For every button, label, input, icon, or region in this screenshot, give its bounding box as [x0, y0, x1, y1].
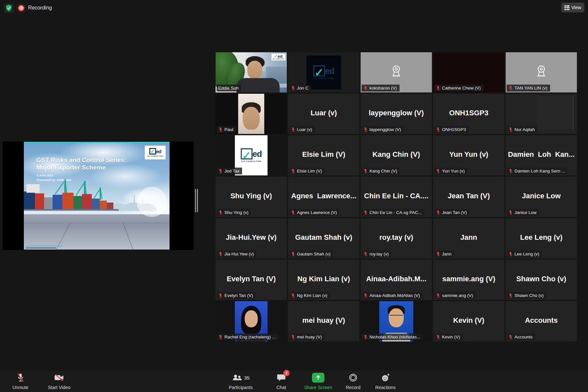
participant-tile[interactable]: Ainaa-Adibah.M...Ainaa-Adibah.MdAlias (V…	[361, 260, 432, 300]
participant-tile[interactable]: Chin Ee Lin - CA....Chin Ee Lin - CA.sg …	[361, 177, 432, 217]
participant-tile[interactable]: laypengglow (V)laypengglow (V)	[361, 94, 432, 134]
participant-display-name: roy.tay (v)	[379, 233, 413, 241]
participant-tile[interactable]: koksharon (V)	[361, 52, 432, 92]
participant-display-name: Accounts	[525, 316, 558, 324]
participant-label-text: Evelyn Tan (V)	[224, 293, 253, 298]
participant-tile[interactable]: Rachel Eng (racheleng) ...	[216, 301, 287, 341]
participant-tile[interactable]: Damien Loh Kan...Damien Loh Kang Sern ..…	[506, 135, 577, 175]
participant-tile[interactable]: Shu Ying (v)Shu Ying (v)	[216, 177, 287, 217]
participant-tile[interactable]: Evelyn Tan (V)Evelyn Tan (V)	[216, 260, 287, 300]
participant-label-text: Elsie Lim (V)	[297, 169, 322, 173]
participant-name-label: Catherine Chew (V)	[434, 85, 483, 91]
participant-label-text: Yun Yun (v)	[442, 169, 465, 173]
muted-mic-icon	[508, 127, 513, 132]
share-screen-button[interactable]: Share Screen	[299, 372, 337, 390]
participant-name-label: Agnes Lawrence (V)	[289, 209, 339, 216]
shared-screen-area: GST Risks and Control Series: Major Expo…	[3, 141, 194, 250]
participant-name-label: ONH1SGP3	[434, 126, 469, 133]
view-button-label: View	[571, 5, 581, 10]
participant-name-label: Paul	[217, 126, 236, 133]
participant-tile[interactable]: ✓edTAX CONSULTINGJon C	[288, 52, 359, 92]
participant-tile[interactable]: Luar (v)Luar (v)	[288, 94, 359, 134]
jed-tax-logo: ✓edTAX CONSULTING	[271, 54, 286, 60]
muted-mic-icon	[508, 335, 513, 339]
participant-label-text: sammie.ang (V)	[442, 293, 473, 298]
participant-tile[interactable]: Nur Aqilah	[506, 94, 577, 134]
participant-label-text: roy.tay (v)	[369, 252, 389, 256]
participant-tile[interactable]: AccountsAccounts	[506, 301, 577, 341]
muted-mic-icon	[508, 169, 513, 173]
panel-resize-handle[interactable]	[195, 189, 199, 212]
participant-tile[interactable]: Elsie Lim (V)Elsie Lim (V)	[288, 135, 359, 175]
muted-mic-icon	[508, 293, 513, 298]
participant-tile[interactable]: ✓edTAX CONSULTINGEddie Soh	[216, 52, 287, 92]
muted-mic-icon	[291, 335, 295, 339]
muted-mic-icon	[218, 335, 223, 339]
zoom-meeting-window: Recording View	[0, 0, 588, 392]
chat-button[interactable]: 2 Chat	[267, 372, 295, 390]
participant-tile[interactable]: Yun Yun (v)Yun Yun (v)	[433, 135, 504, 175]
participant-display-name: Kevin (V)	[453, 316, 484, 324]
participant-tile[interactable]: Shawn Cho (v)Shawn Cho (v)	[506, 260, 577, 300]
participant-tile[interactable]: Kevin (V)Kevin (V)	[433, 301, 504, 341]
participants-button[interactable]: 35 Participants	[223, 372, 258, 390]
webcam-placeholder-icon	[389, 64, 403, 79]
muted-mic-icon	[436, 210, 440, 215]
recording-indicator-icon[interactable]	[18, 5, 24, 11]
participant-label-text: Nicholas Khoo (nicholas...	[369, 335, 420, 339]
participant-tile[interactable]: Jean Tan (V)Jean Tan (V)	[433, 177, 504, 217]
record-icon	[349, 372, 358, 383]
participant-name-label: Elsie Lim (V)	[289, 168, 325, 174]
participant-tile[interactable]: ✓edTAX CONSULTINGJed Tax	[216, 135, 287, 175]
participant-tile[interactable]: mei huay (V)mei huay (V)	[288, 301, 359, 341]
muted-mic-icon	[508, 210, 513, 215]
participant-label-text: Catherine Chew (V)	[442, 86, 481, 90]
participant-tile[interactable]: sammie.ang (V)sammie.ang (V)	[433, 260, 504, 300]
participant-display-name: Shawn Cho (v)	[516, 274, 566, 283]
muted-mic-icon	[436, 86, 440, 90]
muted-mic-icon	[508, 86, 513, 90]
participant-name-label: Accounts	[507, 334, 535, 340]
participant-tile[interactable]: Ng Kim Lian (v)Ng Kim Lian (v)	[288, 260, 359, 300]
muted-mic-icon	[218, 293, 223, 298]
unmute-button[interactable]: Unmute	[5, 372, 36, 390]
participant-tile[interactable]: Janice LowJanice Low	[506, 177, 577, 217]
participant-name-label: roy.tay (v)	[362, 251, 391, 257]
participant-tile[interactable]: Gautam Shah (v)Gautam Shah (v)	[288, 218, 359, 258]
participant-tile[interactable]: Agnes Lawrence...Agnes Lawrence (V)	[288, 177, 359, 217]
presentation-slide: GST Risks and Control Series: Major Expo…	[24, 142, 170, 250]
participant-tile[interactable]: ONH1SGP3ONH1SGP3	[433, 94, 504, 134]
participant-label-text: Damien Loh Kang Sern ...	[514, 169, 565, 173]
participant-name-label: Kevin (V)	[434, 334, 463, 340]
start-video-button[interactable]: Start Video	[42, 372, 76, 390]
participant-tile[interactable]: TAN YAN LIN (v)	[506, 52, 577, 92]
muted-mic-icon	[436, 293, 440, 298]
participant-name-label: Evelyn Tan (V)	[217, 292, 256, 299]
participant-name-label: mei huay (V)	[289, 334, 325, 340]
participant-label-text: Jon C	[297, 86, 308, 90]
participant-tile[interactable]: roy.tay (v)roy.tay (v)	[361, 218, 432, 258]
participant-tile[interactable]: JannJann	[433, 218, 504, 258]
participant-tile[interactable]: Jia-Hui.Yew (v)Jia-Hui.Yew (v)	[216, 218, 287, 258]
slide-date: 8 June 2022	[37, 174, 53, 177]
participant-tile[interactable]: Kang Chin (V)Kang Chin (V)	[361, 135, 432, 175]
participant-label-text: ONH1SGP3	[442, 127, 466, 132]
participant-display-name: sammie.ang (V)	[442, 274, 496, 283]
security-shield-icon[interactable]	[4, 3, 14, 13]
participant-tile[interactable]: Paul	[216, 94, 287, 134]
muted-mic-icon	[291, 86, 295, 90]
webcam-placeholder-icon	[534, 64, 548, 79]
participant-tile[interactable]: Lee Leng (v)Lee Leng (v)	[506, 218, 577, 258]
participant-display-name: Kang Chin (V)	[372, 150, 420, 158]
muted-mic-icon	[363, 293, 368, 298]
view-button[interactable]: View	[561, 3, 584, 12]
recording-label: Recording	[28, 5, 52, 11]
participant-label-text: Shawn Cho (v)	[514, 293, 544, 298]
participants-icon	[232, 374, 242, 382]
participant-tile[interactable]: Nicholas Khoo (nicholas...	[361, 301, 432, 341]
participant-name-label: Ainaa-Adibah.MdAlias (V)	[362, 292, 423, 299]
record-button[interactable]: Record	[340, 372, 367, 390]
muted-mic-icon	[363, 86, 368, 90]
reactions-button[interactable]: Reactions	[370, 372, 401, 390]
participant-tile[interactable]: Catherine Chew (V)	[433, 52, 504, 92]
